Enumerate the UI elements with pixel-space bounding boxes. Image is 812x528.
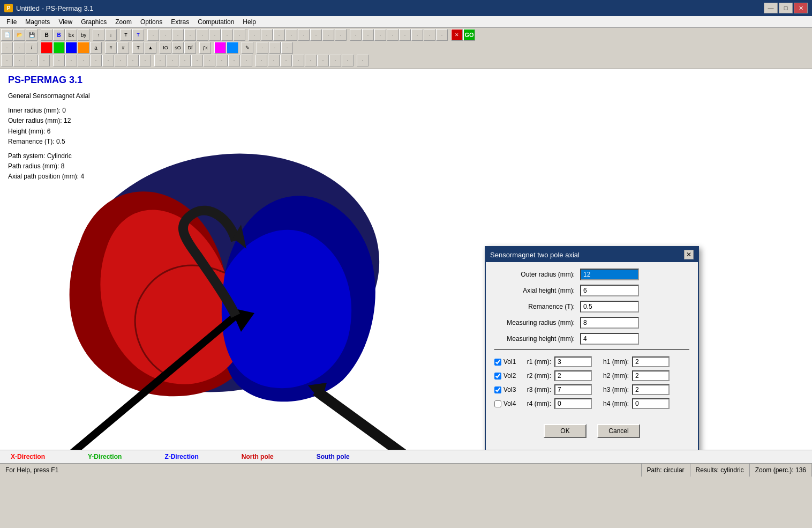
tb2-2[interactable]: · <box>13 42 25 54</box>
tb2-s[interactable]: sO <box>172 42 184 54</box>
measuring-radius-input[interactable] <box>580 317 639 329</box>
tb-n6[interactable]: · <box>310 29 322 41</box>
tb2-grid[interactable]: # <box>105 42 117 54</box>
menu-options[interactable]: Options <box>136 17 167 27</box>
tb3-26[interactable]: · <box>317 55 329 66</box>
tb-arrow-up[interactable]: ↑ <box>93 29 104 41</box>
tb2-1[interactable]: · <box>1 42 13 54</box>
tb-o7[interactable]: · <box>424 29 435 41</box>
tb3-7[interactable]: · <box>78 55 89 66</box>
tb-o3[interactable]: · <box>374 29 386 41</box>
vol4-checkbox[interactable] <box>494 400 501 407</box>
vol3-h-input[interactable] <box>632 384 670 395</box>
vol1-checkbox[interactable] <box>494 359 501 366</box>
cancel-button[interactable]: Cancel <box>597 424 640 438</box>
tb3-14[interactable]: · <box>167 55 178 66</box>
tb2-fx[interactable]: ƒx <box>199 42 211 54</box>
tb2-mag[interactable]: ▲ <box>145 42 156 54</box>
tb3-20[interactable]: · <box>240 55 252 66</box>
tb-go[interactable]: GO <box>463 29 475 41</box>
tb-n2[interactable]: · <box>261 29 273 41</box>
tb-arrow-dn[interactable]: ↓ <box>105 29 117 41</box>
tb-m2[interactable]: · <box>160 29 171 41</box>
tb3-25[interactable]: · <box>305 55 317 66</box>
tb3-9[interactable]: · <box>102 55 114 66</box>
tb2-p3[interactable]: · <box>281 42 293 54</box>
tb3-23[interactable]: · <box>280 55 292 66</box>
tb-new[interactable]: 📄 <box>1 29 13 41</box>
tb2-blue2[interactable] <box>227 42 238 54</box>
tb-n3[interactable]: · <box>273 29 285 41</box>
tb3-19[interactable]: · <box>228 55 240 66</box>
tb-o4[interactable]: · <box>387 29 399 41</box>
tb-save[interactable]: 💾 <box>26 29 37 41</box>
menu-computation[interactable]: Computation <box>193 17 238 27</box>
tb-b3[interactable]: bx <box>65 29 77 41</box>
vol1-h-input[interactable] <box>632 356 670 367</box>
vol2-h-input[interactable] <box>632 370 670 381</box>
axial-height-input[interactable] <box>580 285 639 296</box>
tb3-5[interactable]: · <box>53 55 65 66</box>
tb3-10[interactable]: · <box>115 55 126 66</box>
tb3-17[interactable]: · <box>204 55 215 66</box>
vol2-checkbox[interactable] <box>494 373 501 380</box>
tb3-12[interactable]: · <box>139 55 151 66</box>
tb-n5[interactable]: · <box>298 29 310 41</box>
close-btn[interactable]: ✕ <box>794 3 808 13</box>
tb3-2[interactable]: · <box>13 55 25 66</box>
menu-magnets[interactable]: Magnets <box>21 17 54 27</box>
tb-b1[interactable]: B <box>41 29 52 41</box>
tb-t1[interactable]: T <box>120 29 132 41</box>
tb-t2[interactable]: T <box>132 29 144 41</box>
menu-help[interactable]: Help <box>238 17 260 27</box>
dialog-close-btn[interactable]: ✕ <box>684 250 694 259</box>
tb2-color4[interactable] <box>78 42 89 54</box>
vol3-checkbox[interactable] <box>494 386 501 393</box>
tb3-6[interactable]: · <box>65 55 77 66</box>
vol4-r-input[interactable] <box>554 398 592 409</box>
tb2-color1[interactable] <box>41 42 52 54</box>
tb-m5[interactable]: · <box>197 29 208 41</box>
vol3-r-input[interactable] <box>554 384 592 395</box>
tb2-color2[interactable] <box>53 42 65 54</box>
tb-o8[interactable]: · <box>436 29 448 41</box>
menu-zoom[interactable]: Zoom <box>111 17 136 27</box>
tb3-22[interactable]: · <box>268 55 280 66</box>
tb2-edit[interactable]: ✎ <box>242 42 253 54</box>
tb-m6[interactable]: · <box>209 29 221 41</box>
tb-m7[interactable]: · <box>221 29 233 41</box>
tb-n7[interactable]: · <box>322 29 334 41</box>
maximize-btn[interactable]: □ <box>779 3 793 13</box>
tb-o2[interactable]: · <box>362 29 374 41</box>
tb2-t[interactable]: T <box>132 42 144 54</box>
tb2-p1[interactable]: · <box>257 42 268 54</box>
tb-m1[interactable]: · <box>147 29 159 41</box>
minimize-btn[interactable]: — <box>764 3 778 13</box>
menu-view[interactable]: View <box>54 17 77 27</box>
outer-radius-input[interactable] <box>580 269 639 280</box>
tb-n8[interactable]: · <box>335 29 347 41</box>
tb-b2[interactable]: B <box>53 29 65 41</box>
tb3-24[interactable]: · <box>292 55 304 66</box>
remanence-input[interactable] <box>580 301 639 313</box>
tb-open[interactable]: 📂 <box>13 29 25 41</box>
tb3-15[interactable]: · <box>179 55 191 66</box>
ok-button[interactable]: OK <box>544 424 587 438</box>
tb-m4[interactable]: · <box>184 29 196 41</box>
vol1-r-input[interactable] <box>554 356 592 367</box>
tb3-29[interactable]: · <box>357 55 369 66</box>
menu-extras[interactable]: Extras <box>167 17 193 27</box>
tb-stop[interactable]: ✕ <box>451 29 463 41</box>
tb3-21[interactable]: · <box>255 55 267 66</box>
vol2-r-input[interactable] <box>554 370 592 381</box>
tb3-1[interactable]: · <box>1 55 13 66</box>
tb2-io[interactable]: IO <box>160 42 171 54</box>
tb3-28[interactable]: · <box>342 55 354 66</box>
tb3-3[interactable]: · <box>26 55 37 66</box>
tb3-11[interactable]: · <box>127 55 139 66</box>
tb3-16[interactable]: · <box>191 55 203 66</box>
tb2-p2[interactable]: · <box>269 42 281 54</box>
tb2-3[interactable]: / <box>26 42 37 54</box>
tb-m8[interactable]: · <box>234 29 245 41</box>
tb2-pink[interactable] <box>214 42 226 54</box>
